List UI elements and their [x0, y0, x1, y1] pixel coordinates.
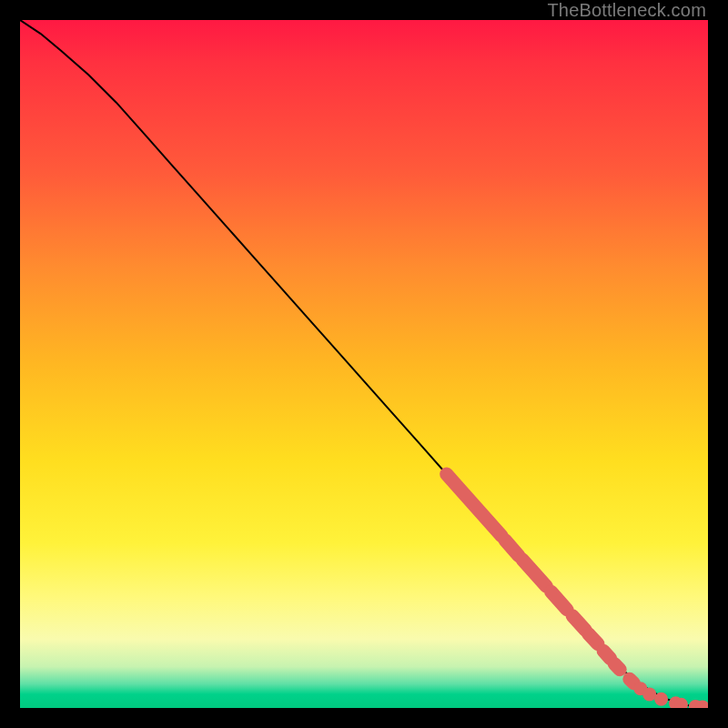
marker-segment [447, 474, 502, 536]
marker-segment [603, 651, 611, 658]
marker-dot [654, 693, 668, 706]
marker-segment [551, 592, 567, 610]
watermark-text: TheBottleneck.com [547, 0, 706, 21]
curve-overlay [20, 20, 708, 708]
marker-segment [522, 560, 546, 587]
marker-segment [630, 679, 634, 683]
marker-segment [572, 616, 585, 631]
marker-segment [614, 664, 620, 670]
marker-dot [642, 687, 656, 701]
chart-container: TheBottleneck.com [0, 0, 728, 728]
marker-segment [505, 541, 519, 556]
marker-segment [589, 633, 599, 643]
bottleneck-curve [20, 20, 708, 707]
highlight-markers [447, 474, 708, 708]
